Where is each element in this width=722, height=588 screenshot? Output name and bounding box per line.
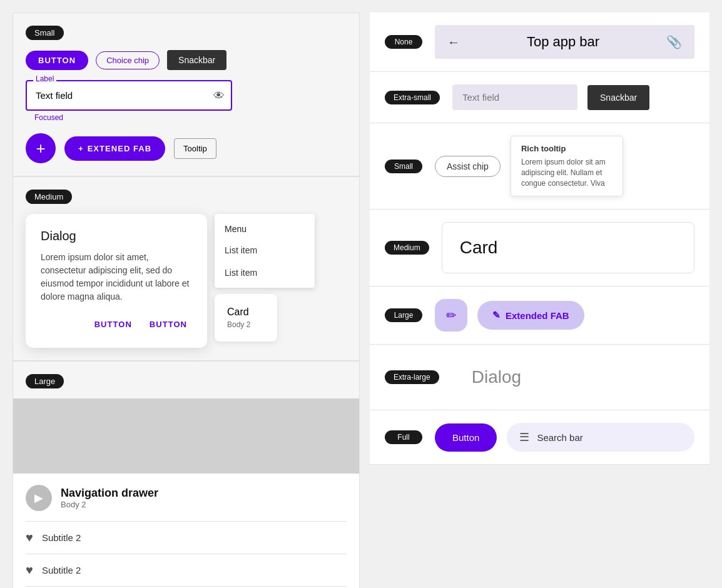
pencil-icon-small: ✏ xyxy=(446,308,457,323)
small-right-section: Small Assist chip Rich tooltip Lorem ips… xyxy=(370,123,709,210)
card-right: Card xyxy=(442,222,694,273)
fab-extended-label: EXTENED FAB xyxy=(88,144,151,153)
small-right-content: Assist chip Rich tooltip Lorem ipsum dol… xyxy=(435,136,694,196)
medium-section: Medium Dialog Lorem ipsum dolor sit amet… xyxy=(13,176,360,361)
menu-item-1[interactable]: List item xyxy=(215,239,315,261)
full-badge: Full xyxy=(385,430,422,444)
fab-button[interactable]: + xyxy=(26,133,56,163)
small-section: Small BUTTON Choice chip Snackbar Label … xyxy=(13,13,360,176)
dialog-btn2[interactable]: BUTTON xyxy=(145,316,192,333)
nav-items: ♥ Subtitle 2 ♥ Subtitle 2 xyxy=(26,521,347,587)
pencil-icon-ext: ✎ xyxy=(492,310,501,321)
dialog-right-container: Dialog xyxy=(452,357,694,397)
text-field-label: Label xyxy=(33,74,56,83)
extra-small-content: Snackbar xyxy=(452,84,694,110)
text-field-input[interactable] xyxy=(26,80,232,111)
fab-extended-right[interactable]: ✎ Extended FAB xyxy=(477,301,584,330)
right-side-medium: Menu List item List item Card Body 2 xyxy=(215,214,315,342)
extra-small-section: Extra-small Snackbar xyxy=(370,72,709,123)
dialog-title: Dialog xyxy=(41,229,192,243)
small-right-badge: Small xyxy=(385,160,422,173)
card-mini-body: Body 2 xyxy=(227,320,265,329)
heart-icon-2: ♥ xyxy=(26,563,33,577)
small-row1: BUTTON Choice chip Snackbar xyxy=(26,50,347,70)
large-section: Large ▶ Navigation drawer Body 2 ♥ Subti… xyxy=(13,361,360,588)
back-arrow-icon[interactable]: ← xyxy=(447,35,460,49)
dialog-right-title: Dialog xyxy=(462,357,531,397)
medium-right-badge: Medium xyxy=(385,241,429,255)
card-right-title: Card xyxy=(460,238,676,258)
extra-small-text-field[interactable] xyxy=(452,84,577,110)
rich-tooltip-title: Rich tooltip xyxy=(521,144,613,153)
medium-badge: Medium xyxy=(26,190,72,204)
left-panel: Small BUTTON Choice chip Snackbar Label … xyxy=(13,13,360,588)
nav-avatar: ▶ xyxy=(26,485,52,511)
top-app-bar-title: Top app bar xyxy=(470,34,656,50)
button-filled[interactable]: BUTTON xyxy=(26,51,88,70)
full-section: Full Button ☰ Search bar xyxy=(370,410,709,465)
plus-icon: + xyxy=(36,139,45,158)
large-right-content: ✏ ✎ Extended FAB xyxy=(435,299,694,332)
medium-right-section: Medium Card xyxy=(370,210,709,286)
nav-item-label-2: Subtitle 2 xyxy=(42,565,81,575)
nav-subtitle: Body 2 xyxy=(61,500,158,509)
small-badge: Small xyxy=(26,26,64,40)
full-content: Button ☰ Search bar xyxy=(435,423,694,452)
fab-small-right[interactable]: ✏ xyxy=(435,299,467,332)
extra-large-badge: Extra-large xyxy=(385,370,439,384)
fab-row: + + EXTENED FAB Tooltip xyxy=(26,133,347,163)
medium-content: Dialog Lorem ipsum dolor sit amet, conse… xyxy=(26,214,347,348)
avatar-icon: ▶ xyxy=(34,491,43,505)
card-mini: Card Body 2 xyxy=(215,294,277,342)
rich-tooltip: Rich tooltip Lorem ipsum dolor sit am ad… xyxy=(511,136,623,196)
nav-drawer: ▶ Navigation drawer Body 2 ♥ Subtitle 2 … xyxy=(13,474,359,588)
nav-item-1[interactable]: ♥ Subtitle 2 xyxy=(26,522,347,554)
nav-title: Navigation drawer xyxy=(61,487,158,500)
focused-label: Focused xyxy=(34,113,347,122)
large-badge: Large xyxy=(26,374,64,388)
heart-icon-1: ♥ xyxy=(26,530,33,545)
fab-extended-button[interactable]: + EXTENED FAB xyxy=(64,136,165,161)
nav-header-text: Navigation drawer Body 2 xyxy=(61,487,158,509)
menu-box: Menu List item List item xyxy=(215,214,315,288)
dialog-btn1[interactable]: BUTTON xyxy=(89,316,137,333)
fab-extended-right-label: Extended FAB xyxy=(506,310,569,321)
attach-icon[interactable]: 📎 xyxy=(666,34,682,49)
nav-item-label-1: Subtitle 2 xyxy=(42,532,81,543)
right-panel: None ← Top app bar 📎 Extra-small Snackba… xyxy=(370,13,709,588)
card-mini-title: Card xyxy=(227,307,265,318)
none-section: None ← Top app bar 📎 xyxy=(370,13,709,72)
choice-chip[interactable]: Choice chip xyxy=(96,51,160,69)
rich-tooltip-body: Lorem ipsum dolor sit am adipiscing elit… xyxy=(521,157,613,188)
assist-chip[interactable]: Assist chip xyxy=(435,156,501,177)
image-placeholder xyxy=(13,398,359,474)
none-badge: None xyxy=(385,35,422,49)
menu-item-2[interactable]: List item xyxy=(215,261,315,284)
search-bar-label: Search bar xyxy=(537,432,582,443)
full-button[interactable]: Button xyxy=(435,423,497,452)
plus-icon-ext: + xyxy=(78,144,84,153)
tooltip-button[interactable]: Tooltip xyxy=(174,138,216,159)
dialog-box: Dialog Lorem ipsum dolor sit amet, conse… xyxy=(26,214,207,348)
menu-header: Menu xyxy=(215,218,315,239)
nav-item-2[interactable]: ♥ Subtitle 2 xyxy=(26,554,347,587)
large-right-badge: Large xyxy=(385,308,422,322)
search-bar[interactable]: ☰ Search bar xyxy=(507,423,694,452)
large-right-section: Large ✏ ✎ Extended FAB xyxy=(370,286,709,345)
top-app-bar: ← Top app bar 📎 xyxy=(435,25,694,59)
nav-header: ▶ Navigation drawer Body 2 xyxy=(26,485,347,511)
extra-small-snackbar: Snackbar xyxy=(587,85,649,110)
dialog-body: Lorem ipsum dolor sit amet, consectetur … xyxy=(41,251,192,303)
eye-icon[interactable]: 👁 xyxy=(213,89,225,102)
extra-small-badge: Extra-small xyxy=(385,91,440,104)
dialog-actions: BUTTON BUTTON xyxy=(41,316,192,333)
hamburger-icon: ☰ xyxy=(519,430,529,444)
text-field-wrapper: Label 👁 xyxy=(26,80,232,111)
extra-large-section: Extra-large Dialog xyxy=(370,345,709,410)
snackbar: Snackbar xyxy=(167,50,226,70)
